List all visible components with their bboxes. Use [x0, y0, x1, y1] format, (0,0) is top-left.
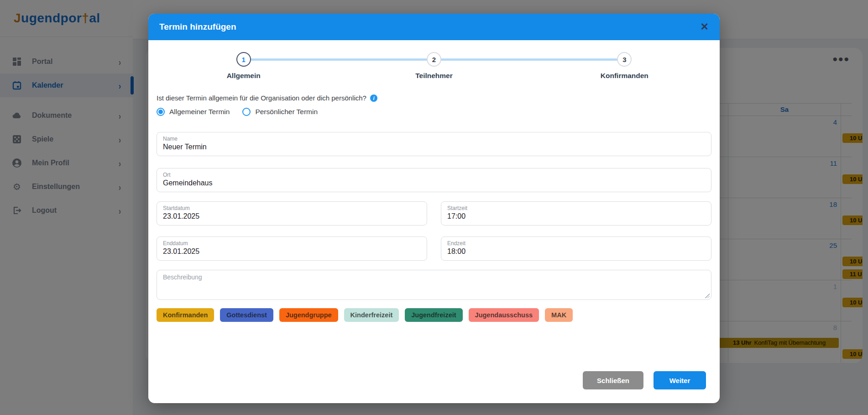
radio-unselected-icon	[242, 108, 251, 116]
beschreibung-textarea[interactable]	[163, 273, 705, 296]
tag-gottesdienst[interactable]: Gottesdienst	[220, 308, 273, 322]
tag-mak[interactable]: MAK	[545, 308, 573, 322]
name-input[interactable]	[163, 142, 705, 152]
step-konfirmanden[interactable]: 3 Konfirmanden	[529, 52, 720, 80]
radio-allgemeiner-termin[interactable]: Allgemeiner Termin	[157, 108, 230, 116]
weiter-button[interactable]: Weiter	[654, 371, 706, 389]
startdatum-field[interactable]: Startdatum	[157, 201, 427, 226]
ort-input[interactable]	[163, 178, 705, 189]
info-icon[interactable]: i	[370, 95, 377, 102]
tag-jugendgruppe[interactable]: Jugendgruppe	[279, 308, 338, 322]
stepper: 1 Allgemein 2 Teilnehmer 3 Konfirmanden	[148, 52, 720, 80]
schliessen-button[interactable]: Schließen	[583, 371, 643, 389]
category-tags: Konfirmanden Gottesdienst Jugendgruppe K…	[157, 308, 711, 322]
scope-question: Ist dieser Termin allgemein für die Orga…	[157, 94, 366, 102]
tag-jugendfreizeit[interactable]: Jugendfreizeit	[405, 308, 462, 322]
step-teilnehmer[interactable]: 2 Teilnehmer	[339, 52, 529, 80]
enddatum-input[interactable]	[163, 247, 421, 257]
enddatum-field[interactable]: Enddatum	[157, 236, 427, 261]
beschreibung-field[interactable]	[157, 270, 711, 300]
tag-kinderfreizeit[interactable]: Kinderfreizeit	[344, 308, 399, 322]
resize-grip-icon[interactable]	[705, 294, 710, 298]
startzeit-field[interactable]: Startzeit	[441, 201, 711, 226]
modal-header: Termin hinzufügen ✕	[148, 14, 720, 40]
startdatum-input[interactable]	[163, 211, 421, 222]
termin-hinzufuegen-modal: Termin hinzufügen ✕ 1 Allgemein 2 Teilne…	[148, 14, 720, 403]
modal-body: Ist dieser Termin allgemein für die Orga…	[148, 94, 720, 322]
termin-type-radios: Allgemeiner Termin Persönlicher Termin	[157, 108, 711, 116]
tag-jugendausschuss[interactable]: Jugendausschuss	[469, 308, 539, 322]
name-field[interactable]: Name	[157, 132, 711, 156]
startzeit-input[interactable]	[447, 211, 705, 222]
endzeit-input[interactable]	[447, 247, 705, 257]
radio-selected-icon	[157, 108, 165, 116]
modal-title: Termin hinzufügen	[159, 22, 701, 32]
close-icon[interactable]: ✕	[701, 22, 709, 32]
step-allgemein[interactable]: 1 Allgemein	[148, 52, 339, 80]
tag-konfirmanden[interactable]: Konfirmanden	[157, 308, 214, 322]
endzeit-field[interactable]: Endzeit	[441, 236, 711, 261]
radio-persoenlicher-termin[interactable]: Persönlicher Termin	[242, 108, 318, 116]
modal-footer: Schließen Weiter	[583, 371, 706, 389]
ort-field[interactable]: Ort	[157, 168, 711, 192]
